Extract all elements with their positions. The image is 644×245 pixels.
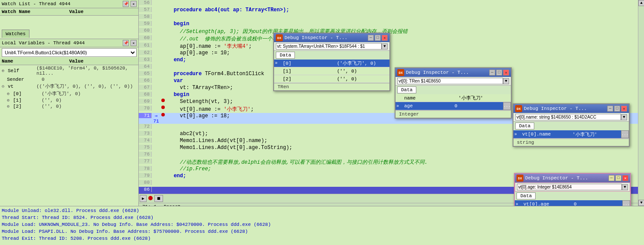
inspector-2-type: Integer [396,110,511,118]
step-button[interactable]: ⏹ [154,195,163,202]
inspector-1-title: Debug Inspector - T... [284,35,347,40]
list-item: Sender 0 [0,76,138,83]
inspector-3-max[interactable]: □ [614,106,620,112]
table-row: » vt[0].name '小李飞刀' ... [513,130,629,139]
log-line: Module Load: UNKNOWN_MODULE_23. No Debug… [2,221,642,228]
top-area: Watch List - Thread 4944 📌 ✕ Watch Name … [0,0,644,206]
list-item: ⊕[0] ('小李飞刀', 0) [0,90,138,97]
log-line: Module Load: PSAPI.DLL. No Debug Info. B… [2,228,642,235]
inspector-3-close[interactable]: ✕ [621,106,627,112]
inspector-3-dropdown-row: ▼ [513,113,629,122]
code-line-68: 68 begin [139,92,638,99]
scope-dropdown[interactable]: Unit4.TForm4.Button1Click($1480A90) [2,48,137,57]
event-log: Module Unload: ole32.dll. Process ddd.ex… [0,206,644,245]
list-item: ⊖vt (('小李飞刀', 0), ('', 0), ('', 0)) [0,83,138,90]
table-row: [2] ('', 0) [274,75,389,83]
inspector-3-dropdown[interactable] [515,114,621,120]
var-value-vt2: ('', 0) [42,104,137,109]
local-vars-header: Local Variables - Thread 4944 📌 ✕ [0,39,138,47]
inspector-2-min[interactable]: — [489,70,495,76]
table-row: name '小李飞刀' [396,94,511,102]
inspector-1-type: TRen [274,83,389,90]
inspector-2-title: Debug Inspector - T... [406,70,469,75]
var-value-vt: (('小李飞刀', 0), ('', 0), ('', 0)) [36,83,137,89]
inspector-1-close[interactable]: ✕ [382,35,388,41]
var-value-sender: 0 [42,77,137,82]
local-vars-close[interactable]: ✕ [131,40,137,46]
inspector-4-titlebar: DX Debug Inspector - T... — □ ✕ [515,174,630,182]
watches-tab[interactable]: Watches [2,30,29,38]
scroll-down[interactable]: ▼ [638,200,644,206]
inspector-4-dropdown[interactable] [517,184,622,190]
table-row: [1] ('', 0) [274,67,389,75]
left-panel: Watch List - Thread 4944 📌 ✕ Watch Name … [0,0,139,206]
inspector-3-ellipsis[interactable]: ... [621,130,629,138]
inspector-2-max[interactable]: □ [496,70,502,76]
play-button[interactable]: ▶ [140,195,147,202]
code-line-76: 76 [139,152,638,159]
inspector-1-titlebar: DX Debug Inspector - T... — □ ✕ [274,33,389,42]
inspector-3-arrow[interactable]: ▼ [621,114,627,120]
main-container: Watch List - Thread 4944 📌 ✕ Watch Name … [0,0,644,245]
watch-col-name: Watch Name [2,9,69,14]
inspector-1-dropdown[interactable] [276,43,382,50]
code-editor[interactable]: 56 57 procedure abc4(out ap: TArray<TRen… [139,0,638,194]
debug-inspector-1: DX Debug Inspector - T... — □ ✕ ▼ [273,33,390,91]
log-line: Thread Start: Thread ID: 8524. Process d… [2,214,642,221]
right-scrollbar[interactable]: ▲ ▼ [638,0,644,206]
dx-badge-4: DX [517,175,523,182]
table-row: » age 0 ... [396,102,511,110]
scroll-track[interactable] [638,6,644,200]
inspector-1-tab-data[interactable]: Data [276,52,295,59]
inspector-4-ellipsis[interactable]: ... [622,200,630,206]
code-editor-container: 56 57 procedure abc4(out ap: TArray<TRen… [139,0,638,194]
inspector-4-close[interactable]: ✕ [622,175,628,181]
code-line-57: 57 procedure abc4(out ap: TArray<TRen>); [139,7,638,14]
var-name-self: ⊕Self [2,66,36,76]
local-vars-controls: 📌 ✕ [123,40,137,46]
inspector-4-max[interactable]: □ [615,175,621,181]
inspector-3-title: Debug Inspector - T... [524,106,587,111]
log-line: Thread Exit: Thread ID: 5208. Process dd… [2,235,642,242]
watch-list-title: Watch List - Thread 4944 [2,1,70,7]
var-col-name: Name [2,59,69,64]
inspector-4-title: Debug Inspector - T... [525,175,588,181]
debug-inspector-2: DX Debug Inspector - T... — □ ✕ ▼ [395,67,512,119]
watch-col-value: Value [69,9,137,14]
scroll-up[interactable]: ▲ [638,0,644,6]
var-name-vt2: ⊕[2] [7,104,42,109]
local-vars-title: Local Variables - Thread 4944 [2,40,85,46]
var-value-vt1: ('', 0) [42,98,137,103]
inspector-4-arrow[interactable]: ▼ [622,184,628,190]
table-row: » vt[0].age 0 ... [515,200,630,206]
var-value-vt0: ('小李飞刀', 0) [42,90,137,97]
inspector-2-dropdown-row: ▼ [396,77,511,86]
inspector-1-max[interactable]: □ [375,35,381,41]
watch-list-header: Watch List - Thread 4944 📌 ✕ [0,0,138,8]
pin-button[interactable]: 📌 [123,1,129,7]
inspector-4-tab-data[interactable]: Data [517,192,536,199]
table-row: » [0] ('小李飞刀', 0) [274,60,389,67]
close-button[interactable]: ✕ [131,1,137,7]
inspector-3-min[interactable]: — [607,106,613,112]
inspector-2-arrow[interactable]: ▼ [503,78,509,84]
inspector-1-arrow[interactable]: ▼ [382,43,388,50]
var-name-vt1: ⊕[1] [7,98,42,103]
debug-inspector-4: DX Debug Inspector - T... — □ ✕ ▼ [514,173,631,206]
code-area: 56 57 procedure abc4(out ap: TArray<TRen… [139,0,638,206]
inspector-3-tab-data[interactable]: Data [515,122,534,129]
list-item: ⊕Self ($14BCE10, 'Form4', 0, $1505620, n… [0,65,138,76]
inspector-1-tabs: Data [274,51,389,60]
inspector-2-close[interactable]: ✕ [503,70,509,76]
var-name-sender: Sender [7,77,42,82]
inspector-2-tab-data[interactable]: Data [397,86,416,93]
vars-table: ⊕Self ($14BCE10, 'Form4', 0, $1505620, n… [0,65,138,206]
inspector-1-min[interactable]: — [368,35,374,41]
inspector-2-dropdown[interactable] [397,78,503,84]
inspector-3-titlebar: DX Debug Inspector - T... — □ ✕ [513,104,629,113]
local-vars-pin[interactable]: 📌 [123,40,129,46]
inspector-4-min[interactable]: — [608,175,615,181]
list-item: ⊕[2] ('', 0) [0,103,138,109]
inspector-2-ellipsis[interactable]: ... [503,102,511,110]
inspector-2-titlebar: DX Debug Inspector - T... — □ ✕ [396,68,511,77]
